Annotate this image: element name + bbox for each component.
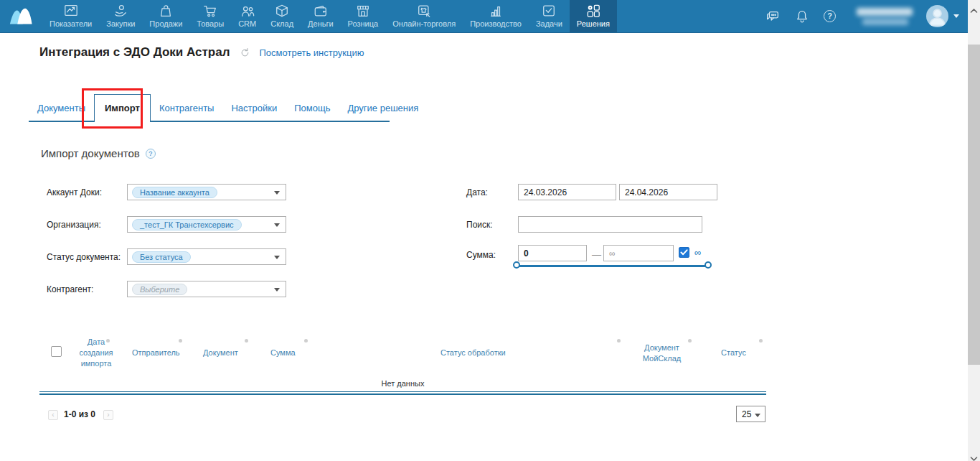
chevron-down-icon (274, 256, 280, 259)
sum-infinity-checkbox[interactable] (679, 247, 689, 258)
chevron-down-icon (274, 191, 280, 195)
avatar[interactable] (926, 5, 948, 27)
nav-item-label: CRM (238, 19, 256, 28)
section-title: Импорт документов (41, 147, 140, 159)
nav-item-label: Продажи (149, 19, 182, 28)
username-redacted[interactable] (849, 6, 913, 27)
goods-icon (202, 4, 218, 18)
nav-item-label: Склад (270, 19, 293, 28)
top-navbar: Показатели Закупки Продажи Товары CRM Ск (0, 0, 968, 33)
crm-icon (240, 4, 255, 18)
account-select[interactable]: Название аккаунта (127, 184, 286, 200)
nav-item-retail[interactable]: Розница (341, 0, 386, 32)
column-header-document[interactable]: Документ (203, 348, 238, 358)
section-help-icon[interactable]: ? (146, 149, 156, 159)
help-icon[interactable]: ? (824, 10, 836, 22)
nav-item-online-trade[interactable]: Онлайн-торговля (385, 0, 463, 32)
page-size-select[interactable]: 25 (736, 406, 765, 422)
tab-help[interactable]: Помощь (286, 95, 339, 121)
moysklad-logo[interactable] (0, 0, 42, 32)
doc-status-select[interactable]: Без статуса (127, 248, 286, 265)
select-all-checkbox[interactable] (51, 346, 62, 357)
column-header-sender[interactable]: Отправитель (132, 348, 180, 358)
sum-range-dash: — (592, 249, 601, 260)
counterparty-select[interactable]: Выберите (127, 281, 286, 297)
nav-item-goods[interactable]: Товары (189, 0, 231, 32)
nav-item-label: Деньги (308, 19, 334, 28)
navbar-right-cluster: ? (765, 0, 968, 32)
date-from-input[interactable] (518, 184, 616, 200)
indicators-icon (63, 4, 79, 18)
search-label: Поиск: (466, 220, 493, 230)
nav-item-warehouse[interactable]: Склад (263, 0, 301, 32)
chevron-down-icon (755, 414, 760, 417)
user-menu-caret-icon[interactable] (953, 14, 959, 18)
app-root: Показатели Закупки Продажи Товары CRM Ск (0, 0, 980, 461)
doc-status-label: Статус документа: (47, 252, 121, 262)
column-header-moysklad-document[interactable]: Документ МойСклад (635, 343, 689, 364)
table-bottom-divider (39, 394, 766, 395)
sort-icon (245, 339, 248, 343)
tasks-icon (541, 4, 557, 18)
counterparty-label: Контрагент: (47, 284, 93, 294)
date-to-input[interactable] (619, 184, 717, 200)
organization-label: Организация: (47, 220, 101, 230)
section-heading: Импорт документов ? (41, 147, 156, 159)
column-header-processing-status[interactable]: Статус обработки (440, 348, 506, 358)
tab-counterparties[interactable]: Контрагенты (151, 95, 223, 121)
nav-item-production[interactable]: Производство (463, 0, 529, 32)
purchases-icon (113, 4, 128, 18)
nav-item-purchases[interactable]: Закупки (99, 0, 142, 32)
slider-handle-max[interactable] (705, 261, 712, 269)
account-value-pill: Название аккаунта (132, 187, 217, 198)
check-icon (680, 249, 688, 256)
slider-handle-min[interactable] (513, 261, 520, 269)
scroll-down-arrow-icon[interactable] (970, 452, 978, 457)
nav-item-tasks[interactable]: Задачи (529, 0, 570, 32)
sum-from-input[interactable] (518, 245, 587, 261)
tab-other-solutions[interactable]: Другие решения (339, 95, 427, 121)
nav-item-money[interactable]: Деньги (301, 0, 341, 32)
column-header-sum[interactable]: Сумма (270, 348, 296, 358)
nav-item-indicators[interactable]: Показатели (42, 0, 99, 32)
pagination-next-button[interactable]: › (103, 410, 113, 420)
tab-import[interactable]: Импорт (94, 94, 151, 122)
table-bottom-divider (39, 391, 766, 392)
sum-to-input[interactable] (603, 245, 674, 261)
money-icon (313, 4, 329, 18)
scroll-up-arrow-icon[interactable] (970, 4, 978, 9)
tab-bar: Документы Импорт Контрагенты Настройки П… (29, 95, 390, 122)
tab-settings[interactable]: Настройки (222, 95, 286, 121)
pagination-range-text: 1-0 из 0 (64, 409, 95, 419)
column-header-import-date[interactable]: Дата создания импорта (73, 337, 119, 369)
avatar-person-icon (926, 5, 948, 27)
sales-icon (158, 4, 174, 18)
notifications-bell-icon[interactable] (794, 9, 810, 24)
tab-documents[interactable]: Документы (29, 95, 94, 121)
chevron-down-icon (274, 223, 280, 227)
nav-item-label: Розница (348, 19, 379, 28)
column-header-status[interactable]: Статус (717, 348, 750, 358)
page-size-value: 25 (742, 409, 751, 419)
nav-item-solutions[interactable]: Решения (570, 0, 617, 32)
nav-item-label: Производство (470, 19, 522, 28)
search-input[interactable] (518, 216, 702, 233)
warehouse-icon (274, 4, 290, 18)
chat-icon[interactable] (765, 9, 781, 24)
view-instruction-link[interactable]: Посмотреть инструкцию (260, 47, 364, 58)
sum-range-slider[interactable] (518, 265, 709, 267)
chevron-down-icon (274, 288, 280, 292)
infinity-label: ∞ (694, 247, 701, 258)
nav-item-sales[interactable]: Продажи (142, 0, 189, 32)
pagination-prev-button[interactable]: ‹ (48, 410, 58, 420)
nav-item-label: Товары (197, 19, 224, 28)
retail-icon (355, 4, 371, 18)
nav-item-crm[interactable]: CRM (231, 0, 263, 32)
vertical-scrollbar[interactable] (968, 0, 980, 461)
nav-item-label: Онлайн-торговля (392, 19, 456, 28)
refresh-button[interactable] (240, 47, 250, 58)
sort-icon (106, 339, 110, 343)
online-trade-icon (416, 4, 432, 18)
scrollbar-thumb[interactable] (968, 45, 980, 365)
organization-select[interactable]: _тест_ГК Транстехсервис (127, 216, 286, 233)
